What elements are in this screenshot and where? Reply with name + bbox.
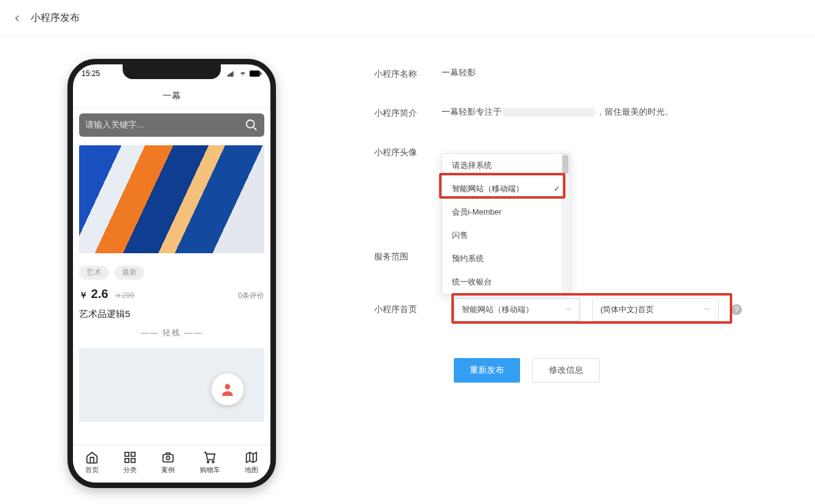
grid-icon	[123, 451, 137, 464]
tag-art[interactable]: 艺术	[79, 265, 109, 280]
dropdown-option-2[interactable]: 闪售	[442, 224, 570, 247]
user-icon	[220, 381, 235, 397]
check-icon: ✓	[554, 185, 560, 193]
dropdown-placeholder[interactable]: 请选择系统	[442, 154, 570, 177]
svg-rect-10	[125, 459, 129, 462]
home-select-system[interactable]: 智能网站（移动端） ﹀	[454, 298, 580, 321]
chevron-down-icon: ﹀	[704, 305, 711, 315]
redacted-text	[503, 108, 595, 116]
map-icon	[245, 451, 258, 464]
product-tags: 艺术 最新	[79, 265, 264, 280]
tab-cases[interactable]: 案例	[161, 451, 175, 475]
user-fab[interactable]	[212, 373, 243, 405]
svg-rect-12	[163, 454, 174, 462]
dropdown-option-4[interactable]: 统一收银台	[442, 270, 570, 294]
tab-map[interactable]: 地图	[245, 451, 258, 475]
system-dropdown[interactable]: 请选择系统 智能网站（移动端） ✓ 会员i-Member 闪售 预约系统 统一收…	[442, 153, 570, 294]
dropdown-scrollbar[interactable]	[561, 154, 570, 294]
svg-point-6	[247, 120, 254, 128]
product-title[interactable]: 艺术品逻辑5	[79, 308, 264, 320]
home-icon	[85, 451, 99, 464]
dropdown-option-0[interactable]: 智能网站（移动端） ✓	[442, 177, 570, 200]
product-reviews[interactable]: 0条评价	[238, 291, 264, 301]
svg-rect-1	[229, 74, 231, 77]
dropdown-option-3[interactable]: 预约系统	[442, 247, 570, 270]
search-icon	[245, 118, 258, 132]
camera-icon	[161, 451, 175, 464]
svg-rect-8	[125, 452, 129, 456]
search-placeholder: 请输入关键字...	[85, 120, 245, 131]
svg-rect-2	[231, 72, 232, 77]
svg-point-13	[167, 456, 170, 460]
svg-rect-11	[131, 459, 135, 462]
dropdown-option-1[interactable]: 会员i-Member	[442, 200, 570, 224]
tab-cart[interactable]: 购物车	[200, 451, 220, 475]
phone-preview: 15:25 一幕 请输入关键字...	[0, 55, 343, 488]
label-app-desc: 小程序简介	[374, 107, 442, 119]
svg-point-14	[207, 461, 209, 463]
product-image[interactable]	[79, 145, 264, 253]
phone-notch	[123, 64, 221, 79]
svg-point-7	[225, 384, 231, 389]
chevron-down-icon: ﹀	[565, 305, 572, 315]
help-icon[interactable]: ?	[731, 304, 742, 315]
page-title: 小程序发布	[31, 12, 80, 25]
cart-icon	[203, 451, 216, 464]
wifi-icon	[239, 71, 247, 77]
svg-rect-9	[131, 452, 135, 456]
status-time: 15:25	[82, 69, 100, 78]
product-price: ￥ 2.6	[79, 287, 108, 300]
home-select-page[interactable]: (简体中文)首页 ﹀	[592, 298, 719, 321]
signal-icon	[228, 71, 236, 77]
label-app-home: 小程序首页	[374, 304, 442, 315]
edit-info-button[interactable]: 修改信息	[532, 358, 600, 383]
value-app-name: 一幕轻影	[442, 67, 476, 78]
svg-rect-0	[228, 75, 229, 77]
phone-tabbar: 首页 分类 案例 购物车	[73, 445, 270, 483]
svg-rect-5	[261, 72, 262, 75]
value-app-desc: 一幕轻影专注于，留住最美的时光。	[442, 107, 673, 118]
label-service-scope: 服务范围	[374, 250, 442, 262]
back-arrow[interactable]	[11, 12, 23, 25]
label-app-name: 小程序名称	[374, 67, 442, 80]
svg-rect-3	[232, 72, 234, 77]
svg-point-15	[212, 461, 214, 463]
tab-home[interactable]: 首页	[85, 451, 99, 475]
republish-button[interactable]: 重新发布	[454, 358, 520, 383]
label-app-avatar: 小程序头像	[374, 146, 442, 158]
tab-category[interactable]: 分类	[123, 451, 137, 475]
svg-rect-4	[250, 71, 260, 77]
product-old-price: ￥299	[115, 291, 134, 300]
battery-icon	[250, 71, 262, 77]
search-input[interactable]: 请输入关键字...	[79, 113, 264, 137]
product-subtitle: —— 轻栈 ——	[79, 327, 264, 338]
tag-new[interactable]: 最新	[115, 265, 144, 280]
